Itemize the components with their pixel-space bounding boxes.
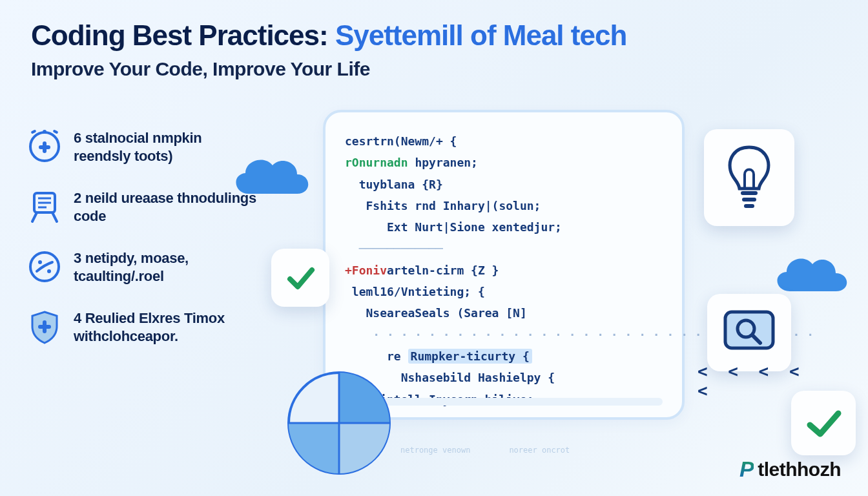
logo-mark: P (739, 457, 754, 482)
shield-plus-icon (27, 309, 62, 344)
divide-icon (27, 249, 62, 284)
footer-faint-text: netronge venown noreer oncrot (400, 446, 570, 455)
code-line: tuyblana {R} (345, 174, 668, 195)
page-title: Coding Best Practices: Syettemill of Mea… (31, 19, 837, 52)
svg-point-13 (38, 260, 42, 264)
title-main: Coding Best Practices: (31, 19, 328, 51)
sidebar-item-label: 4 Reulied Elxres Timox withclohceapor. (74, 309, 260, 345)
sidebar-item-2: 2 neild ureaase thnodulings code (27, 189, 260, 225)
code-line-dots: · · · · · · · · · · · · · · · · · · · · … (345, 324, 668, 346)
code-line: rOnurnadn hpyranen; (345, 152, 668, 173)
card-lightbulb (704, 129, 794, 226)
header: Coding Best Practices: Syettemill of Mea… (0, 0, 868, 87)
svg-line-10 (32, 212, 37, 222)
clock-plus-icon (27, 129, 62, 164)
sidebar-item-3: 3 netipdy, moase, tcaulting/.roel (27, 249, 260, 285)
code-line: NseareaSeals (Sarea [N] (345, 302, 668, 324)
svg-rect-3 (53, 129, 59, 134)
checkmark-icon (803, 403, 843, 443)
svg-rect-2 (31, 129, 37, 134)
svg-rect-18 (742, 198, 756, 202)
title-accent: Syettemill of Meal tech (335, 19, 626, 51)
brand-logo: P tlethhozh (739, 457, 841, 482)
svg-point-14 (47, 269, 51, 273)
code-line: Ext Nurt|Sione xentedjur; (345, 216, 668, 238)
cloud-icon (226, 149, 316, 207)
svg-line-11 (52, 212, 57, 222)
code-line-divider: ──────────── (345, 238, 668, 259)
code-line: leml16/Vntieting; { (345, 281, 668, 302)
code-line: Fshits rnd Inhary|(solun; (345, 195, 668, 216)
sidebar-item-label: 3 netipdy, moase, tcaulting/.roel (74, 249, 260, 285)
footer-faint-2: noreer oncrot (509, 446, 570, 455)
svg-rect-16 (38, 325, 51, 329)
svg-rect-17 (741, 191, 758, 195)
card-checkmark-green (791, 391, 856, 455)
chevrons-row: < < < < < (698, 362, 827, 400)
svg-rect-19 (744, 204, 754, 208)
checkmark-icon (284, 261, 317, 294)
lightbulb-icon (720, 142, 778, 213)
page-subtitle: Improve Your Code, Improve Your Life (31, 58, 837, 80)
svg-point-1 (43, 130, 46, 134)
search-icon (720, 307, 778, 358)
card-search (707, 294, 791, 371)
footer-faint-1: netronge venown (400, 446, 470, 455)
card-checkmark-small (271, 249, 329, 307)
sidebar-item-1: 6 stalnocial nmpkin reendsly toots) (27, 129, 260, 165)
svg-rect-20 (725, 312, 773, 348)
svg-rect-5 (39, 145, 50, 149)
code-line: cesrtrn(Newm/+ { (345, 130, 668, 152)
sidebar-item-4: 4 Reulied Elxres Timox withclohceapor. (27, 309, 260, 345)
pie-graphic (278, 362, 400, 484)
board-icon (27, 189, 62, 224)
logo-text: tlethhozh (758, 459, 841, 480)
sidebar: 6 stalnocial nmpkin reendsly toots) 2 ne… (27, 129, 260, 345)
code-line: +Fonivarteln-cirm {Z } (345, 260, 668, 281)
